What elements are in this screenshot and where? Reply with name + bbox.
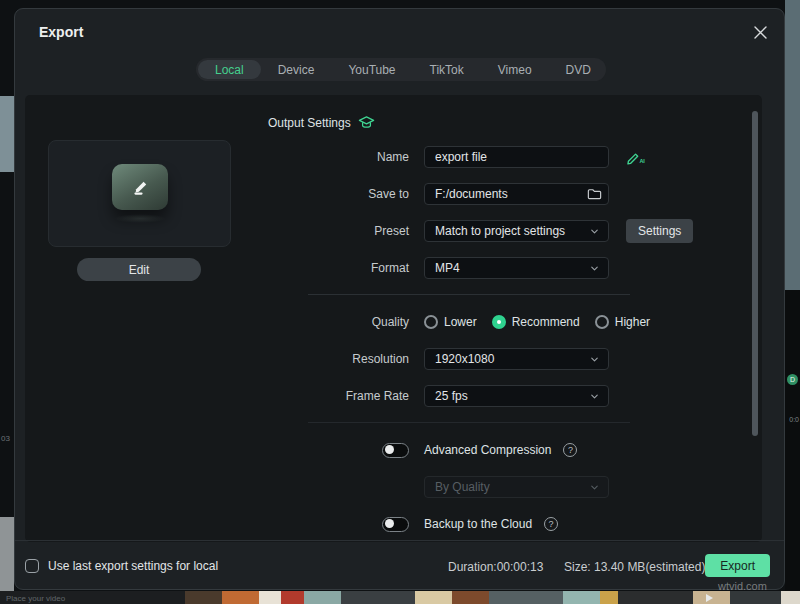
advanced-compression-toggle[interactable] [382,443,409,458]
preset-row: Preset Match to project settings Setting… [268,220,748,242]
preset-dropdown[interactable]: Match to project settings [424,220,609,242]
background-timeline-number: 03 [1,434,10,443]
timeline-placeholder-text: Place your video [6,594,65,603]
framerate-label: Frame Rate [268,389,409,403]
preset-settings-button[interactable]: Settings [626,219,693,243]
section-divider [308,422,630,423]
dialog-footer: Use last export settings for local Durat… [15,540,784,589]
graduation-cap-icon[interactable] [358,115,375,130]
svg-text:AI: AI [639,158,645,164]
pencil-icon [128,175,152,199]
background-media-thumb-right [785,0,800,290]
format-row: Format MP4 [268,257,748,279]
preset-label: Preset [268,224,409,238]
radio-selected-icon [492,315,506,329]
tab-vimeo[interactable]: Vimeo [481,60,549,79]
help-icon[interactable]: ? [544,517,558,531]
tab-device[interactable]: Device [261,60,332,79]
close-icon [754,26,767,39]
output-settings-heading: Output Settings [268,116,351,130]
format-dropdown[interactable]: MP4 [424,257,609,279]
resolution-label: Resolution [268,352,409,366]
format-label: Format [268,261,409,275]
radio-unselected-icon [424,315,438,329]
name-row: Name AI [268,146,748,168]
resolution-row: Resolution 1920x1080 [268,348,748,370]
quality-option-higher[interactable]: Higher [595,315,650,329]
tab-youtube[interactable]: YouTube [331,60,412,79]
tab-tiktok[interactable]: TikTok [413,60,481,79]
advanced-compression-row: Advanced Compression ? [268,439,748,461]
scrollbar-thumb[interactable] [752,111,758,436]
quality-label: Quality [268,315,409,329]
backup-cloud-label: Backup to the Cloud [424,517,532,531]
use-last-settings-label: Use last export settings for local [48,559,218,573]
export-settings-panel: Edit Output Settings Name AI [25,95,762,542]
ai-rename-button[interactable]: AI [625,149,647,166]
tab-dvd[interactable]: DVD [549,60,608,79]
resolution-dropdown[interactable]: 1920x1080 [424,348,609,370]
video-preview-thumbnail [48,140,231,247]
section-divider [308,294,630,295]
export-dialog: Export Local Device YouTube TikTok Vimeo… [14,8,785,590]
name-input[interactable] [424,146,609,168]
chevron-down-icon [589,263,600,274]
save-to-row: Save to [268,183,748,205]
compression-mode-row: By Quality [268,476,748,498]
quality-row: Quality Lower Recommend Higher [268,311,748,333]
quality-option-lower[interactable]: Lower [424,315,477,329]
export-button[interactable]: Export [705,554,770,577]
dialog-title: Export [39,24,83,40]
play-icon [706,594,713,602]
chevron-down-icon [589,482,600,493]
checkbox-unchecked-icon [25,559,39,573]
edit-button[interactable]: Edit [77,258,201,281]
chevron-down-icon [589,354,600,365]
framerate-row: Frame Rate 25 fps [268,385,748,407]
use-last-settings-option[interactable]: Use last export settings for local [25,541,218,590]
backup-cloud-toggle[interactable] [382,517,409,532]
duration-readout: Duration:00:00:13 [448,560,543,574]
background-badge: D [787,374,798,385]
tile-reflection [114,214,166,223]
background-panel-right [785,290,800,604]
chevron-down-icon [589,391,600,402]
radio-unselected-icon [595,315,609,329]
backup-cloud-row: Backup to the Cloud ? [268,513,748,535]
framerate-dropdown[interactable]: 25 fps [424,385,609,407]
advanced-compression-label: Advanced Compression [424,443,551,457]
background-timeline-filmstrip: Place your video [0,591,800,604]
tab-local[interactable]: Local [198,60,261,79]
background-timecode: 0:0 [789,416,799,423]
background-panel-left [0,517,14,592]
help-icon[interactable]: ? [563,443,577,457]
watermark: wtvid.com [718,580,767,592]
chevron-down-icon [589,226,600,237]
background-media-thumb-left [0,96,14,172]
name-label: Name [268,150,409,164]
compression-mode-dropdown: By Quality [424,476,609,498]
quality-option-recommend[interactable]: Recommend [492,315,580,329]
export-destination-tabs: Local Device YouTube TikTok Vimeo DVD [196,58,606,81]
save-path-input[interactable] [424,183,609,205]
output-settings-form: Output Settings Name AI Save to [268,115,748,550]
save-to-label: Save to [268,187,409,201]
folder-icon[interactable] [587,187,602,200]
edit-tile [112,164,168,210]
close-button[interactable] [749,21,771,43]
filesize-readout: Size: 13.40 MB(estimated) [564,560,705,574]
ai-pencil-icon: AI [625,149,647,166]
